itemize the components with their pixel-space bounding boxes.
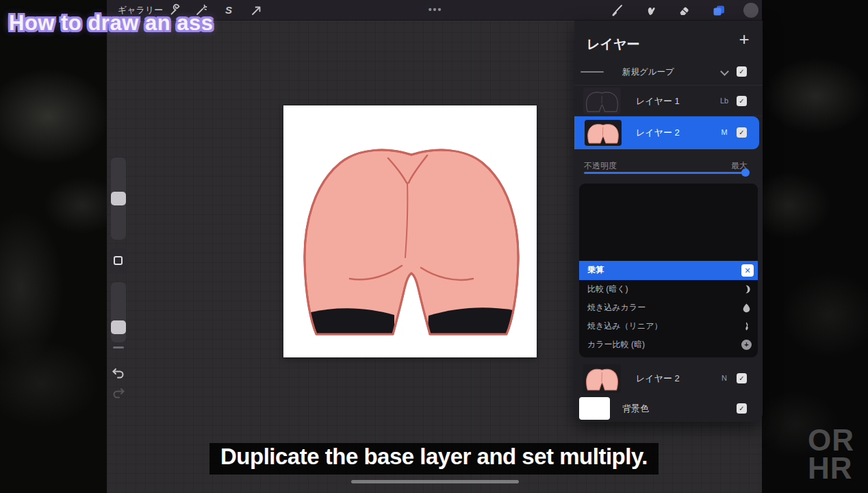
redo-icon[interactable] bbox=[110, 385, 127, 401]
chevron-down-icon[interactable] bbox=[720, 67, 729, 76]
blend-mode-darker-color[interactable]: カラー比較 (暗) + bbox=[579, 336, 758, 354]
brush-size-slider[interactable] bbox=[111, 157, 126, 240]
blend-mode-list: 乗算 ✕ 比較 (暗く) 焼き込みカラー 焼き込み（リニア） bbox=[579, 184, 758, 357]
layer-row-2-duplicate[interactable]: レイヤー 2 N ✓ bbox=[574, 362, 763, 396]
linear-burn-icon bbox=[741, 321, 752, 331]
layer-visibility-checkbox[interactable]: ✓ bbox=[737, 403, 747, 414]
undo-icon[interactable] bbox=[110, 365, 127, 381]
layer-name: レイヤー 2 bbox=[636, 116, 680, 149]
brush-opacity-slider[interactable] bbox=[111, 282, 126, 342]
procreate-app: ギャラリー S ••• bbox=[107, 0, 762, 493]
blend-mode-multiply[interactable]: 乗算 ✕ bbox=[579, 261, 758, 280]
blend-mode-letter[interactable]: N bbox=[715, 374, 733, 382]
multiply-icon: ✕ bbox=[741, 264, 754, 277]
layer-visibility-checkbox[interactable]: ✓ bbox=[737, 96, 747, 106]
opacity-slider-knob[interactable] bbox=[741, 168, 750, 177]
brush-opacity-handle[interactable] bbox=[111, 320, 126, 334]
add-layer-button[interactable]: + bbox=[735, 29, 753, 50]
blend-mode-darken[interactable]: 比較 (暗く) bbox=[579, 280, 758, 299]
layer-name: レイヤー 2 bbox=[636, 362, 680, 396]
layer-row-1[interactable]: レイヤー 1 Lb ✓ bbox=[574, 86, 763, 116]
transform-arrow-icon[interactable] bbox=[249, 3, 263, 17]
square-icon bbox=[114, 256, 123, 265]
selection-s-icon[interactable]: S bbox=[222, 3, 235, 18]
group-visibility-checkbox[interactable]: ✓ bbox=[737, 66, 747, 77]
screenshot-root: ギャラリー S ••• bbox=[0, 0, 868, 493]
drawing-canvas[interactable] bbox=[283, 105, 537, 357]
group-label: 新規グループ bbox=[622, 58, 674, 86]
video-title-overlay: How to draw an ass bbox=[9, 11, 213, 36]
opacity-slider[interactable] bbox=[584, 172, 747, 174]
eraser-icon[interactable] bbox=[677, 3, 691, 17]
layer-row-2-selected[interactable]: レイヤー 2 M ✓ bbox=[574, 116, 759, 149]
layers-panel-title: レイヤー bbox=[587, 36, 639, 53]
blend-mode-letter[interactable]: Lb bbox=[715, 97, 733, 105]
butt-drawing bbox=[283, 105, 537, 357]
blend-mode-linear-burn[interactable]: 焼き込み（リニア） bbox=[579, 317, 758, 336]
layer-name: レイヤー 1 bbox=[636, 86, 680, 116]
smudge-icon[interactable] bbox=[644, 3, 658, 17]
layer2-thumbnail bbox=[585, 120, 622, 146]
darker-color-icon: + bbox=[741, 340, 752, 350]
color-circle[interactable] bbox=[743, 3, 758, 18]
blend-mode-color-burn[interactable]: 焼き込みカラー bbox=[579, 299, 758, 317]
layer-visibility-checkbox[interactable]: ✓ bbox=[737, 127, 747, 138]
canvas-menu-dots[interactable]: ••• bbox=[416, 0, 455, 21]
layer-visibility-checkbox[interactable]: ✓ bbox=[737, 373, 747, 383]
opacity-label: 不透明度 bbox=[584, 160, 617, 172]
color-burn-icon bbox=[741, 303, 752, 313]
brush-size-handle[interactable] bbox=[111, 192, 126, 205]
layer-group-row[interactable]: 新規グループ ✓ bbox=[574, 58, 763, 86]
layers-icon[interactable] bbox=[712, 3, 726, 17]
layer1-thumbnail bbox=[583, 88, 621, 114]
brush-icon[interactable] bbox=[611, 3, 624, 17]
subtitle-container: Duplicate the base layer and set multipl… bbox=[0, 443, 868, 475]
group-thumbnail-dash bbox=[580, 71, 604, 73]
layers-panel: レイヤー + 新規グループ ✓ レイヤー 1 Lb ✓ bbox=[574, 21, 763, 422]
layer-name: 背景色 bbox=[622, 396, 649, 422]
blend-mode-letter[interactable]: M bbox=[715, 128, 733, 136]
background-photo-left bbox=[0, 0, 107, 493]
home-indicator[interactable] bbox=[351, 480, 519, 483]
background-color-row[interactable]: 背景色 ✓ bbox=[574, 396, 763, 422]
modify-button[interactable] bbox=[110, 248, 127, 274]
darken-moon-icon bbox=[741, 284, 752, 294]
layer2-copy-thumbnail bbox=[583, 364, 621, 393]
background-color-thumbnail bbox=[579, 397, 610, 420]
sidebar-divider bbox=[113, 346, 124, 349]
subtitle-text: Duplicate the base layer and set multipl… bbox=[209, 443, 659, 475]
background-photo-right bbox=[761, 0, 868, 493]
